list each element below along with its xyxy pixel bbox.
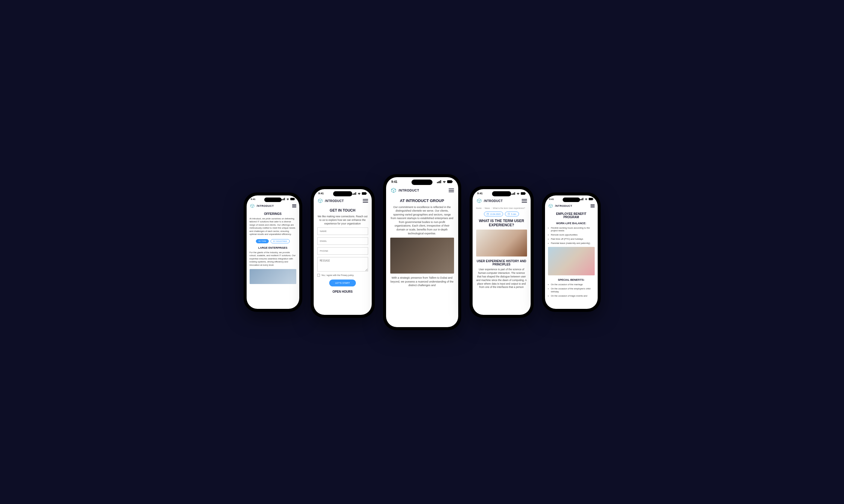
battery-icon — [290, 198, 295, 200]
status-icons — [437, 180, 453, 183]
team-image — [390, 238, 454, 273]
section2-title: SPECIAL BENEFITS: — [548, 278, 595, 281]
message-field[interactable] — [317, 257, 368, 271]
svg-rect-1 — [283, 199, 283, 200]
menu-button[interactable] — [363, 199, 368, 203]
svg-rect-23 — [525, 193, 526, 194]
svg-rect-4 — [290, 198, 294, 200]
status-time: 9:41 — [392, 180, 397, 183]
article-subtitle: USER EXPERIENCE HISTORY AND PRINCIPLES — [476, 259, 527, 266]
page-title: EMPLOYEE BENEFIT PROGRAM — [548, 212, 595, 219]
signal-icon — [437, 180, 442, 183]
wifi-icon — [357, 192, 361, 195]
logo-icon — [476, 198, 482, 204]
brand-name: /NTRODUCT — [257, 204, 274, 208]
brand-logo[interactable]: /NTRODUCT — [250, 203, 274, 209]
breadcrumb: Home / News / What is the term User expe… — [476, 207, 527, 209]
svg-rect-12 — [437, 182, 438, 183]
battery-icon — [362, 192, 367, 195]
wifi-icon — [442, 180, 446, 183]
list-item: Flexible working hours according to the … — [548, 227, 595, 233]
section1-title: WORK-LIFE BALANCE: — [548, 222, 595, 225]
svg-rect-32 — [583, 198, 583, 200]
svg-rect-29 — [580, 199, 581, 200]
menu-button[interactable] — [591, 204, 595, 208]
nav-bar: /NTRODUCT — [472, 196, 531, 206]
status-icons — [282, 198, 295, 200]
svg-rect-3 — [284, 198, 285, 200]
signal-icon — [282, 198, 285, 200]
status-time: 9:41 — [549, 198, 554, 200]
read-time-badge: 5 min — [505, 212, 519, 216]
logo-icon — [250, 203, 255, 209]
battery-icon — [447, 180, 453, 183]
status-time: 9:41 — [251, 198, 256, 200]
notch — [492, 191, 511, 196]
svg-rect-30 — [581, 199, 581, 200]
brand-name: /NTRODUCT — [399, 188, 419, 192]
enterprise-image — [250, 269, 296, 284]
svg-rect-15 — [440, 180, 441, 183]
page-title: AT INTRODUCT GROUP — [390, 198, 454, 203]
menu-button[interactable] — [292, 204, 296, 208]
phone-benefits: 9:41 /NTRODUCT EMPLOYEE BENEFIT PROGRAM … — [542, 193, 601, 312]
svg-rect-34 — [593, 199, 593, 200]
open-hours-title: OPEN HOURS — [317, 290, 368, 293]
svg-rect-22 — [521, 192, 525, 195]
logo-icon — [317, 198, 323, 204]
wifi-icon — [286, 198, 289, 200]
breadcrumb-news[interactable]: News — [485, 207, 490, 209]
list-item: On the occasion of the employee's child … — [548, 287, 595, 293]
date-badge: 13.04.2023 — [484, 212, 503, 216]
svg-rect-0 — [282, 199, 282, 200]
phone-field[interactable] — [317, 247, 368, 255]
svg-rect-20 — [513, 193, 514, 195]
menu-button[interactable] — [522, 199, 527, 203]
name-field[interactable] — [317, 228, 368, 235]
brand-logo[interactable]: /NTRODUCT — [317, 198, 344, 204]
nav-bar: /NTRODUCT — [545, 201, 598, 211]
meta-row: 13.04.2023 5 min — [476, 212, 527, 216]
tab-row: BY TYPE BY INDUSTRIES — [250, 239, 296, 243]
about-p1: Our commitment to excellence is reflecte… — [390, 205, 454, 236]
section-body: For the giants of the industry, we provi… — [250, 251, 296, 267]
menu-button[interactable] — [449, 188, 454, 192]
nav-bar: /NTRODUCT — [247, 201, 299, 211]
nav-bar: /NTRODUCT — [386, 185, 458, 196]
svg-rect-16 — [447, 180, 452, 183]
brand-logo[interactable]: /NTRODUCT — [390, 187, 419, 194]
svg-rect-11 — [366, 193, 367, 194]
wifi-icon — [585, 198, 588, 200]
svg-rect-8 — [354, 193, 355, 195]
email-field[interactable] — [317, 237, 368, 245]
svg-rect-6 — [353, 194, 353, 195]
tab-by-type[interactable]: BY TYPE — [256, 239, 269, 243]
breadcrumb-home[interactable]: Home — [476, 207, 482, 209]
status-icons — [580, 198, 593, 200]
page-title: OFFERINGS — [250, 212, 296, 215]
article-body: User experience is part of the science o… — [476, 268, 527, 289]
tab-by-industries[interactable]: BY INDUSTRIES — [271, 239, 290, 243]
wifi-icon — [516, 192, 520, 195]
logo-icon — [548, 203, 553, 209]
logo-icon — [390, 187, 397, 194]
privacy-checkbox-row[interactable]: Yes, I agree with the Privacy policy. — [317, 274, 368, 276]
checkbox-icon[interactable] — [317, 274, 320, 276]
phone-offerings: 9:41 /NTRODUCT OFFERINGS At Introduct, w… — [244, 193, 302, 312]
submit-button[interactable]: LET'S START — [329, 280, 356, 286]
article-image — [476, 230, 527, 256]
nav-bar: /NTRODUCT — [314, 196, 372, 206]
list-item: On the occasion of the marriage — [548, 283, 595, 286]
brand-name: /NTRODUCT — [484, 199, 503, 203]
battery-icon — [589, 198, 593, 200]
privacy-label: Yes, I agree with the Privacy policy. — [321, 274, 354, 276]
svg-rect-14 — [439, 181, 440, 183]
battery-icon — [521, 192, 526, 195]
svg-rect-9 — [355, 192, 356, 195]
brand-logo[interactable]: /NTRODUCT — [476, 198, 503, 204]
svg-rect-7 — [354, 193, 354, 195]
svg-rect-33 — [589, 198, 593, 200]
svg-rect-19 — [513, 193, 513, 195]
article-title: WHAT IS THE TERM USER EXPERIENCE? — [476, 219, 527, 227]
brand-logo[interactable]: /NTRODUCT — [548, 203, 573, 209]
